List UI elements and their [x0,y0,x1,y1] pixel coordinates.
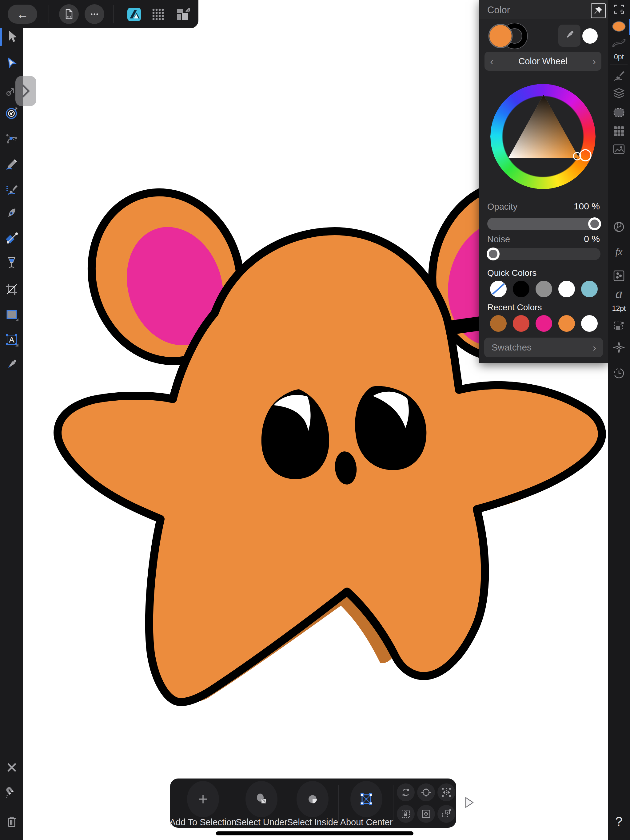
target-button[interactable] [417,783,435,801]
pencil-tool-icon[interactable] [4,156,19,171]
about-center-icon [358,791,374,807]
document-pages-icon [63,8,75,20]
flip-horizontal-button[interactable] [437,783,455,801]
studio-divider [610,65,628,65]
toolbar-separator [49,5,49,24]
color-picker-tool-icon[interactable] [4,357,19,372]
font-size-value: 12pt [608,305,630,313]
home-indicator[interactable] [216,831,413,835]
fill-swatch[interactable] [489,24,512,47]
brush-studio-icon[interactable] [612,68,626,82]
fx-studio-icon[interactable]: fx [612,245,626,258]
select-under-icon [254,792,269,807]
next-mode-chevron[interactable]: › [592,55,596,67]
pen-tool-icon[interactable] [4,205,19,221]
arrange-layout-icon [176,7,191,22]
color-studio-icon[interactable] [612,20,626,33]
transparency-tool-icon[interactable] [4,256,19,271]
selected-tool-indicator [0,27,2,46]
snapshot-frame-icon[interactable] [612,2,626,16]
lock-bounds-button[interactable] [397,805,415,823]
quick-color-teal[interactable] [581,281,598,297]
select-under-button[interactable] [245,781,277,817]
select-inside-button[interactable] [296,781,329,817]
palette-studio-icon[interactable] [612,269,626,283]
flyout-indicator [15,343,19,346]
recent-color-1[interactable] [490,315,507,332]
color-mode-selector[interactable]: ‹ Color Wheel › [484,52,602,71]
noise-label: Noise [487,234,510,245]
toolbar-separator [339,785,339,821]
rotate-button[interactable] [397,783,415,801]
eyedropper-button[interactable] [558,25,581,47]
duplicate-transform-button[interactable] [437,805,455,823]
tool-drawer-handle[interactable] [15,76,36,106]
plus-icon [196,793,210,806]
hue-selector[interactable] [580,150,591,161]
point-transform-tool-icon[interactable] [4,106,19,121]
history-studio-icon[interactable] [612,366,626,380]
expand-toolbar-button[interactable] [463,795,476,810]
swatches-row[interactable]: Swatches › [484,338,603,357]
adjustment-studio-icon[interactable] [612,220,626,234]
play-triangle-icon [463,795,476,810]
quick-color-white[interactable] [558,281,575,297]
navigator-studio-icon[interactable] [612,341,626,354]
recent-colors-label: Recent Colors [487,303,542,313]
layers-studio-icon[interactable] [612,87,626,101]
text-tool-icon[interactable]: A [4,332,19,347]
swatches-grid-icon[interactable] [612,124,626,137]
swatches-chevron-icon: › [593,342,596,354]
studio-sidebar: 0pt fx a 12pt [608,0,630,840]
recent-color-2[interactable] [513,315,529,332]
flyout-indicator [15,318,19,321]
transform-studio-icon[interactable] [612,320,626,333]
rectangle-tool-icon[interactable] [4,307,19,322]
pin-panel-button[interactable] [591,3,606,18]
selection-studio-icon[interactable] [612,106,626,119]
arrange-layout-button[interactable] [176,7,191,22]
prev-mode-chevron[interactable]: ‹ [490,55,494,67]
delete-tool-icon[interactable] [4,814,19,829]
corner-tool-icon[interactable] [4,131,19,146]
document-pages-button[interactable] [59,4,79,24]
add-to-selection-button[interactable] [187,781,219,817]
about-center-label: About Center [332,817,400,827]
color-panel-title: Color [487,5,510,16]
opacity-slider[interactable] [487,218,600,230]
more-options-button[interactable] [85,4,104,24]
recent-color-4[interactable] [558,315,575,332]
noise-slider[interactable] [487,248,600,260]
grid-dots-button[interactable] [151,7,165,22]
vector-brush-tool-icon[interactable] [4,181,19,196]
noise-value: 0 % [584,234,600,244]
about-center-button[interactable] [350,781,382,817]
stroke-studio-icon[interactable] [612,36,626,50]
quick-color-black[interactable] [513,281,529,297]
flip-horizontal-icon [441,787,452,798]
quick-colors-row [490,281,598,297]
move-tool-icon[interactable] [4,28,19,44]
recent-color-3[interactable] [535,315,552,332]
text-studio-icon[interactable]: a [612,287,626,300]
cancel-tool-icon[interactable] [4,760,19,775]
node-tool-icon[interactable] [4,55,19,70]
lock-icon [400,808,411,819]
opacity-slider-knob[interactable] [588,217,601,230]
quick-color-gray[interactable] [535,281,552,297]
noise-slider-knob[interactable] [487,248,500,261]
gradient-tool-icon[interactable] [4,231,19,246]
secondary-color-swatch[interactable] [583,28,598,44]
image-studio-icon[interactable] [612,142,626,156]
crop-tool-icon[interactable] [4,282,19,297]
quick-color-none[interactable] [490,281,507,297]
chevron-right-icon [21,84,30,98]
help-button[interactable]: ? [611,814,626,829]
affinity-designer-logo[interactable] [127,7,141,22]
snapping-tool-icon[interactable] [4,786,19,801]
recent-color-5[interactable] [581,315,598,332]
back-arrow-icon: ← [16,7,28,21]
color-panel: Color ‹ Color Wheel › [479,0,608,363]
center-point-button[interactable] [417,805,435,823]
back-button[interactable]: ← [8,5,37,24]
